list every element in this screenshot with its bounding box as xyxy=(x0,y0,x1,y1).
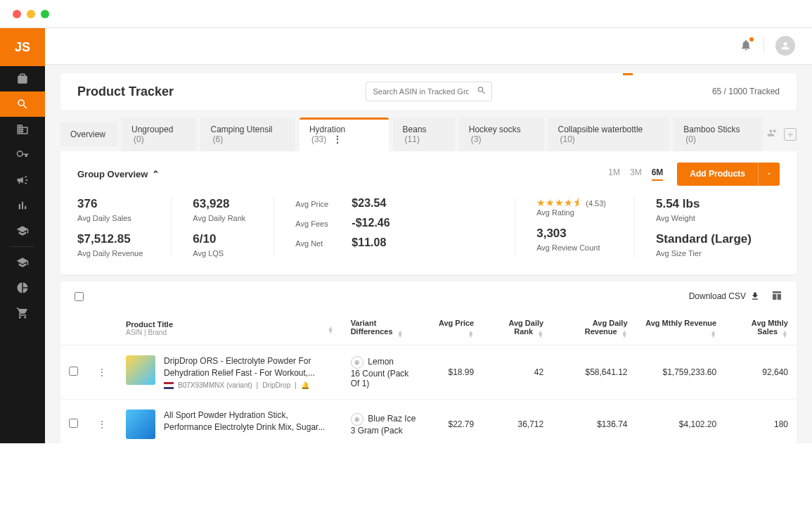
tab-overview[interactable]: Overview xyxy=(60,122,117,146)
download-csv-button[interactable]: Download CSV xyxy=(689,291,760,301)
product-title: DripDrop ORS - Electrolyte Powder For De… xyxy=(164,355,334,379)
user-avatar[interactable] xyxy=(775,36,795,56)
logo[interactable]: JS xyxy=(0,28,45,66)
nav-key-icon[interactable] xyxy=(0,142,45,167)
us-flag-icon xyxy=(164,382,174,389)
panel-title[interactable]: Group Overview ⌃ xyxy=(77,169,160,179)
nav-store-icon[interactable] xyxy=(0,66,45,91)
stat-daily-revenue: $7,512.85 xyxy=(77,232,143,246)
product-title: All Sport Powder Hydration Stick, Perfor… xyxy=(164,409,334,433)
tab-camping-utensil[interactable]: Camping Utensil (6) xyxy=(200,118,295,151)
tabs-row: Overview Ungrouped (0) Camping Utensil (… xyxy=(60,118,797,151)
add-tab-button[interactable]: + xyxy=(784,128,797,141)
add-products-dropdown[interactable] xyxy=(758,163,780,186)
window-minimize-icon[interactable] xyxy=(27,10,35,18)
stat-price: $23.54 xyxy=(352,197,386,210)
tab-ungrouped[interactable]: Ungrouped (0) xyxy=(122,118,196,151)
nav-search-icon[interactable] xyxy=(0,91,45,117)
sidebar: JS xyxy=(0,28,45,443)
stat-lqs: 6/10 xyxy=(193,232,245,246)
row-menu-icon[interactable]: ⋮ xyxy=(95,419,109,429)
nav-megaphone-icon[interactable] xyxy=(0,167,45,193)
product-meta: B07X93MMNX (variant) | DripDrop | 🔔 xyxy=(164,381,334,389)
cell-mrev: $1,759,233.60 xyxy=(636,345,726,400)
add-products-button[interactable]: Add Products xyxy=(677,163,758,186)
time-1m[interactable]: 1M xyxy=(608,167,620,181)
product-thumbnail xyxy=(126,409,155,439)
tab-menu-icon[interactable]: ⋮ xyxy=(333,134,342,144)
nav-pie-icon[interactable] xyxy=(0,275,45,300)
th-sort-title[interactable]: ▲▼ xyxy=(278,312,342,345)
browser-chrome xyxy=(0,0,812,28)
row-checkbox[interactable] xyxy=(69,367,78,376)
topbar xyxy=(45,28,812,65)
time-6m[interactable]: 6M xyxy=(652,167,664,181)
window-maximize-icon[interactable] xyxy=(41,10,49,18)
bell-icon[interactable]: 🔔 xyxy=(301,381,309,389)
notification-dot xyxy=(749,37,754,42)
search-icon[interactable] xyxy=(477,86,486,98)
overview-panel: Group Overview ⌃ 1M 3M 6M Add Products xyxy=(60,151,797,274)
cell-revenue: $58,641.12 xyxy=(552,345,636,400)
th-msales[interactable]: Avg Mthly Sales ▲▼ xyxy=(725,312,797,345)
th-mrev[interactable]: Avg Mthly Revenue ▲▼ xyxy=(636,312,726,345)
stat-net: $11.08 xyxy=(352,236,386,249)
select-all-checkbox[interactable] xyxy=(75,292,84,301)
cell-price: $22.79 xyxy=(427,400,483,443)
product-thumbnail xyxy=(126,355,155,385)
notifications-icon[interactable] xyxy=(740,39,752,53)
nav-separator xyxy=(10,246,35,247)
stat-size: Standard (Large) xyxy=(656,232,752,246)
chevron-up-icon: ⌃ xyxy=(152,169,160,179)
th-variant[interactable]: Variant Differences ▲▼ xyxy=(342,312,427,345)
time-range-toggle: 1M 3M 6M xyxy=(608,167,663,181)
tracked-count: 65 / 1000 Tracked xyxy=(712,87,780,96)
share-icon[interactable] xyxy=(767,127,778,141)
tab-hockey-socks[interactable]: Hockey socks (3) xyxy=(459,118,544,151)
nav-graduation2-icon[interactable] xyxy=(0,250,45,275)
th-revenue[interactable]: Avg Daily Revenue ▲▼ xyxy=(552,312,636,345)
cell-msales: 92,640 xyxy=(725,345,797,400)
nav-graduation-icon[interactable] xyxy=(0,218,45,243)
time-3m[interactable]: 3M xyxy=(630,167,642,181)
nav-building-icon[interactable] xyxy=(0,117,45,142)
nav-chart-icon[interactable] xyxy=(0,193,45,218)
table-row[interactable]: ⋮ All Sport Powder Hydration Stick, Perf… xyxy=(60,400,797,443)
cell-rank: 36,712 xyxy=(482,400,552,443)
search-input[interactable] xyxy=(366,82,492,101)
stat-fees: -$12.46 xyxy=(352,217,389,229)
th-rank[interactable]: Avg Daily Rank ▲▼ xyxy=(482,312,552,345)
variant-badge-icon: ⊕ xyxy=(351,413,363,426)
row-menu-icon[interactable]: ⋮ xyxy=(95,367,109,377)
stat-rating-stars: ★★★★⯨(4.53) xyxy=(536,197,606,208)
page-title: Product Tracker xyxy=(77,84,174,99)
table-row[interactable]: ⋮ DripDrop ORS - Electrolyte Powder For … xyxy=(60,345,797,400)
tab-bamboo-sticks[interactable]: Bamboo Sticks (0) xyxy=(674,118,763,151)
cell-price: $18.99 xyxy=(427,345,483,400)
tracked-progress xyxy=(623,73,780,75)
stat-daily-rank: 63,928 xyxy=(193,197,245,211)
stat-daily-sales: 376 xyxy=(77,197,143,211)
tab-collapsible-waterbottle[interactable]: Collapsible waterbottle (10) xyxy=(548,118,670,151)
tab-beans[interactable]: Beans (11) xyxy=(393,118,455,151)
tab-hydration[interactable]: Hydration (33)⋮ xyxy=(299,118,389,151)
cell-rank: 42 xyxy=(482,345,552,400)
window-close-icon[interactable] xyxy=(13,10,21,18)
stat-reviews: 3,303 xyxy=(536,227,606,241)
cell-msales: 180 xyxy=(725,400,797,443)
stat-weight: 5.54 lbs xyxy=(656,197,752,211)
cell-mrev: $4,102.20 xyxy=(636,400,726,443)
nav-cart-icon[interactable] xyxy=(0,300,45,326)
columns-settings-icon[interactable] xyxy=(771,290,782,303)
th-price[interactable]: Avg Price ▲▼ xyxy=(427,312,483,345)
row-checkbox[interactable] xyxy=(69,419,78,428)
topbar-separator xyxy=(763,39,764,53)
variant-badge-icon: ⊕ xyxy=(351,356,363,369)
products-table-card: Download CSV Product TitleASIN | Brand ▲… xyxy=(60,281,797,443)
cell-revenue: $136.74 xyxy=(552,400,636,443)
th-title[interactable]: Product TitleASIN | Brand xyxy=(117,312,278,345)
header-card: Product Tracker 65 / 1000 Tracked xyxy=(60,73,797,110)
